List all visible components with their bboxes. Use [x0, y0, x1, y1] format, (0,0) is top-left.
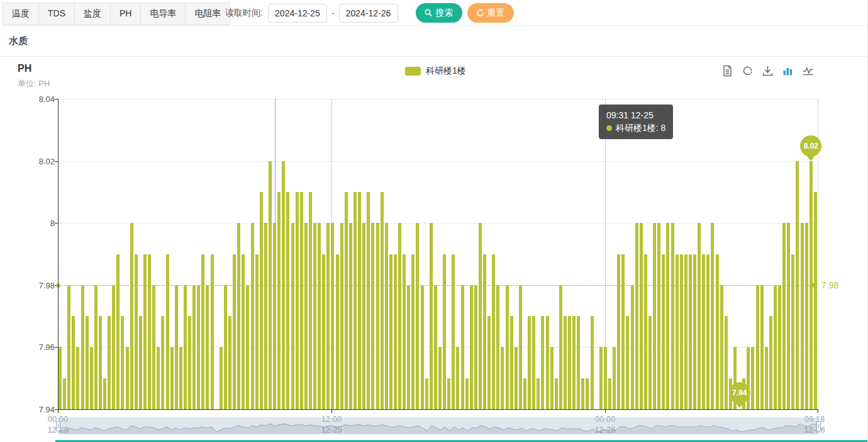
bar[interactable] — [676, 254, 679, 410]
bar[interactable] — [135, 254, 138, 410]
bar[interactable] — [519, 285, 522, 409]
bar[interactable] — [139, 316, 142, 409]
bar[interactable] — [130, 223, 133, 409]
bar[interactable] — [680, 254, 683, 410]
bar[interactable] — [591, 316, 594, 409]
bar[interactable] — [76, 347, 79, 409]
tab-3[interactable]: PH — [110, 3, 141, 25]
reset-button[interactable]: 重置 — [467, 3, 514, 23]
bar[interactable] — [318, 223, 321, 409]
bar[interactable] — [644, 254, 647, 410]
bar[interactable] — [648, 316, 652, 409]
bar[interactable] — [586, 378, 589, 409]
bar[interactable] — [381, 192, 384, 409]
bar[interactable] — [58, 347, 62, 409]
bar[interactable] — [206, 285, 209, 409]
bar[interactable] — [716, 254, 719, 410]
bar[interactable] — [242, 254, 245, 410]
bar[interactable] — [197, 285, 200, 409]
bar[interactable] — [474, 285, 477, 409]
bar[interactable] — [689, 254, 692, 410]
tab-5[interactable]: 电阻率 — [185, 3, 230, 25]
bar[interactable] — [626, 316, 629, 409]
bar[interactable] — [94, 285, 97, 409]
tab-1[interactable]: TDS — [38, 3, 75, 25]
bar[interactable] — [515, 347, 518, 409]
bar[interactable] — [166, 254, 169, 410]
bar[interactable] — [599, 347, 603, 409]
bar[interactable] — [175, 285, 178, 409]
bar[interactable] — [635, 223, 638, 409]
bar[interactable] — [523, 378, 526, 409]
bar[interactable] — [693, 254, 696, 410]
bar[interactable] — [640, 223, 643, 409]
bar[interactable] — [326, 223, 330, 409]
tab-0[interactable]: 温度 — [3, 3, 39, 25]
bar-chart-icon[interactable] — [782, 65, 794, 77]
bar[interactable] — [434, 285, 437, 409]
bar[interactable] — [273, 223, 276, 409]
bar[interactable] — [90, 347, 93, 409]
bar[interactable] — [604, 347, 607, 409]
bar[interactable] — [617, 254, 620, 410]
bar[interactable] — [621, 254, 625, 410]
bar[interactable] — [286, 192, 289, 409]
save-image-icon[interactable] — [762, 65, 774, 77]
bar[interactable] — [192, 285, 196, 409]
bar[interactable] — [447, 378, 450, 409]
bar[interactable] — [86, 316, 89, 409]
bar[interactable] — [394, 254, 397, 410]
bar[interactable] — [72, 316, 75, 409]
bar[interactable] — [385, 223, 388, 409]
bar[interactable] — [103, 378, 106, 409]
bar[interactable] — [506, 285, 509, 409]
bar[interactable] — [608, 378, 611, 409]
bar[interactable] — [112, 285, 115, 409]
bar[interactable] — [425, 378, 428, 409]
bar[interactable] — [550, 347, 554, 409]
bar[interactable] — [340, 223, 343, 409]
bar[interactable] — [353, 192, 357, 409]
bar[interactable] — [260, 192, 263, 409]
bar[interactable] — [157, 347, 160, 409]
bar[interactable] — [501, 347, 504, 409]
bar[interactable] — [188, 316, 191, 409]
bar[interactable] — [461, 285, 464, 409]
bar[interactable] — [483, 254, 486, 410]
bar[interactable] — [345, 192, 348, 409]
bar[interactable] — [121, 316, 124, 409]
bar[interactable] — [99, 316, 102, 409]
bar[interactable] — [706, 254, 709, 410]
bar[interactable] — [465, 378, 469, 409]
bar[interactable] — [782, 223, 786, 409]
bar[interactable] — [666, 223, 669, 409]
bar[interactable] — [255, 254, 259, 410]
bar[interactable] — [421, 285, 424, 409]
bar[interactable] — [264, 223, 267, 409]
bar[interactable] — [769, 316, 772, 409]
bar[interactable] — [657, 223, 660, 409]
bar[interactable] — [81, 285, 84, 409]
bar[interactable] — [631, 285, 634, 409]
bar[interactable] — [309, 192, 312, 409]
bar[interactable] — [331, 223, 334, 409]
date-from-input[interactable] — [268, 4, 327, 23]
bar[interactable] — [224, 285, 227, 409]
bar[interactable] — [787, 223, 790, 409]
bar[interactable] — [416, 223, 419, 409]
bar[interactable] — [443, 254, 446, 410]
bar[interactable] — [367, 192, 370, 409]
bar[interactable] — [349, 223, 352, 409]
bar[interactable] — [358, 192, 361, 409]
bar[interactable] — [479, 223, 482, 409]
bar[interactable] — [322, 254, 325, 410]
bar[interactable] — [430, 223, 433, 409]
bar[interactable] — [613, 347, 616, 409]
date-to-input[interactable] — [339, 4, 398, 23]
bar[interactable] — [510, 316, 513, 409]
bar[interactable] — [541, 316, 544, 409]
bar[interactable] — [336, 254, 339, 410]
bar[interactable] — [814, 192, 817, 409]
bar[interactable] — [559, 285, 562, 409]
bar[interactable] — [411, 254, 415, 410]
